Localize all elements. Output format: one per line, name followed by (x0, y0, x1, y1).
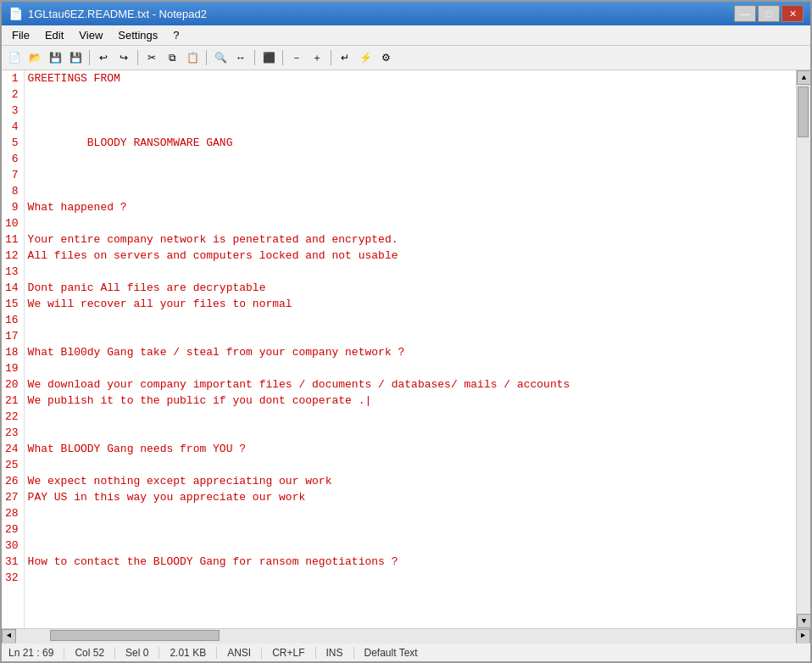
zoom-out-button[interactable]: － (287, 48, 306, 67)
line-numbers: 1234567891011121314151617181920212223242… (2, 70, 25, 628)
toolbar-sep2 (137, 50, 138, 65)
app-icon: 📄 (8, 7, 23, 21)
horizontal-scrollbar: ◄ ► (2, 628, 810, 643)
undo-button[interactable]: ↩ (94, 48, 113, 67)
code-line (28, 264, 793, 280)
line-number: 13 (5, 264, 19, 280)
line-number: 1 (5, 70, 19, 86)
code-line (28, 457, 793, 473)
menu-settings[interactable]: Settings (111, 27, 164, 43)
line-number: 30 (5, 538, 19, 554)
code-line (28, 570, 793, 586)
code-line: How to contact the BLOODY Gang for ranso… (28, 554, 793, 570)
code-line (28, 86, 793, 103)
save-button[interactable]: 💾 (66, 48, 85, 67)
window-title: 1GLtau6EZ.README.txt - Notepad2 (28, 8, 207, 20)
schema-button[interactable]: ⚡ (356, 48, 375, 67)
code-line (28, 505, 793, 521)
code-line: Dont panic All files are decryptable (28, 280, 793, 296)
code-line (28, 167, 793, 183)
hscroll-thumb[interactable] (50, 630, 220, 641)
code-line (28, 409, 793, 425)
zoom-in-button[interactable]: ＋ (308, 48, 326, 67)
settings-button[interactable]: ⚙ (376, 48, 395, 67)
status-size: 2.01 KB (170, 647, 217, 659)
code-line: We download your company important files… (28, 376, 793, 393)
scroll-right-button[interactable]: ► (796, 629, 810, 644)
toolbar-sep1 (89, 50, 90, 65)
menu-file[interactable]: File (5, 27, 36, 43)
toolbar: 📄 📂 💾 💾 ↩ ↪ ✂ ⧉ 📋 🔍 ↔ ⬛ － ＋ ↵ ⚡ ⚙ (2, 46, 810, 70)
hscroll-track[interactable] (16, 629, 796, 644)
code-line (28, 312, 793, 328)
code-line: We expect nothing except appreciating ou… (28, 473, 793, 489)
status-style: Default Text (364, 647, 428, 659)
replace-button[interactable]: ↔ (231, 48, 250, 67)
line-number: 4 (5, 119, 19, 135)
line-number: 3 (5, 103, 19, 119)
cut-button[interactable]: ✂ (142, 48, 161, 67)
menu-edit[interactable]: Edit (38, 27, 70, 43)
minimize-button[interactable]: — (734, 5, 756, 22)
code-line (28, 360, 793, 376)
menu-help[interactable]: ? (166, 27, 186, 43)
content-area[interactable]: GREETINGS FROM BLOODY RANSOMWARE GANG Wh… (25, 70, 796, 628)
code-line (28, 119, 793, 135)
code-line: All files on servers and computers locke… (28, 248, 793, 264)
status-encoding: ANSI (227, 647, 262, 659)
wordwrap-button[interactable]: ↵ (336, 48, 354, 67)
code-line (28, 538, 793, 554)
code-line (28, 215, 793, 231)
title-buttons: — □ ✕ (734, 5, 804, 22)
line-number: 16 (5, 312, 19, 328)
scroll-up-button[interactable]: ▲ (797, 70, 810, 85)
save-small-button[interactable]: 💾 (46, 48, 64, 67)
code-line (28, 328, 793, 344)
scroll-left-button[interactable]: ◄ (2, 629, 16, 644)
line-number: 18 (5, 344, 19, 360)
line-number: 12 (5, 248, 19, 264)
menu-view[interactable]: View (72, 27, 109, 43)
find-button[interactable]: 🔍 (211, 48, 230, 67)
status-position: Ln 21 : 69 (8, 647, 64, 659)
insert-button[interactable]: ⬛ (259, 48, 278, 67)
line-number: 10 (5, 215, 19, 231)
status-mode: INS (326, 647, 354, 659)
code-line (28, 183, 793, 199)
line-number: 2 (5, 86, 19, 103)
code-line: Your entire company network is penetrate… (28, 231, 793, 248)
open-button[interactable]: 📂 (25, 48, 44, 67)
line-number: 22 (5, 409, 19, 425)
code-line (28, 103, 793, 119)
line-number: 15 (5, 296, 19, 312)
scroll-down-button[interactable]: ▼ (797, 614, 810, 628)
line-number: 17 (5, 328, 19, 344)
code-line: We will recover all your files to normal (28, 296, 793, 312)
toolbar-sep3 (206, 50, 207, 65)
line-number: 26 (5, 473, 19, 489)
code-line: What happened ? (28, 199, 793, 215)
code-line (28, 425, 793, 441)
copy-button[interactable]: ⧉ (163, 48, 181, 67)
toolbar-sep5 (282, 50, 283, 65)
scroll-thumb[interactable] (798, 86, 809, 137)
line-number: 6 (5, 151, 19, 167)
line-number: 23 (5, 425, 19, 441)
redo-button[interactable]: ↪ (114, 48, 133, 67)
maximize-button[interactable]: □ (758, 5, 780, 22)
code-line (28, 521, 793, 538)
close-button[interactable]: ✕ (781, 5, 804, 22)
new-button[interactable]: 📄 (5, 48, 24, 67)
line-number: 27 (5, 489, 19, 505)
paste-button[interactable]: 📋 (183, 48, 202, 67)
scroll-track[interactable] (797, 85, 810, 614)
line-number: 14 (5, 280, 19, 296)
line-number: 28 (5, 505, 19, 521)
code-line: BLOODY RANSOMWARE GANG (28, 135, 793, 151)
line-number: 5 (5, 135, 19, 151)
title-bar: 📄 1GLtau6EZ.README.txt - Notepad2 — □ ✕ (2, 2, 810, 25)
line-number: 29 (5, 521, 19, 538)
line-number: 19 (5, 360, 19, 376)
code-line: What Bl00dy Gang take / steal from your … (28, 344, 793, 360)
line-number: 8 (5, 183, 19, 199)
